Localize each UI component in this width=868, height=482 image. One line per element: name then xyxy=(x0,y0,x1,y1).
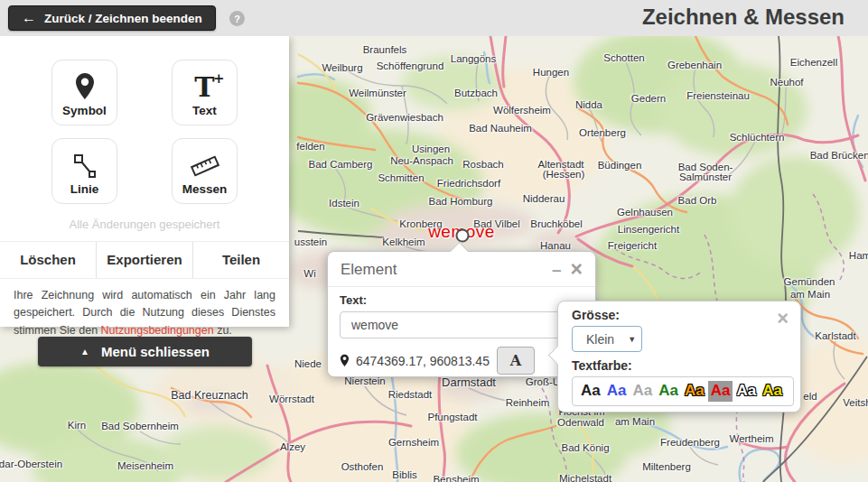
map-label: felden xyxy=(296,141,324,152)
minimize-icon[interactable]: – xyxy=(552,261,562,278)
map-label: Bruchköbel xyxy=(530,218,583,229)
disclaimer-text: Ihre Zeichnung wird automatisch ein Jahr… xyxy=(0,278,289,348)
map-label: Nidderau xyxy=(523,193,565,204)
map-label: Grebenhain xyxy=(667,60,722,70)
map-label: am Main xyxy=(790,289,830,300)
map-label: Hungen xyxy=(533,67,569,78)
map-label: Linsengericht xyxy=(618,224,679,235)
map-label: Schöffengrund xyxy=(377,60,444,71)
text-input[interactable] xyxy=(340,311,585,338)
map-label: Ham xyxy=(849,250,868,261)
export-button[interactable]: Exportieren xyxy=(96,242,192,278)
map-label: Gernsheim xyxy=(388,437,439,448)
textcolor-swatch-white[interactable]: Aa xyxy=(733,381,759,401)
text-plus-icon: T+ xyxy=(194,69,214,101)
map-label: Nidda xyxy=(575,99,602,110)
close-icon[interactable]: × xyxy=(571,259,583,280)
back-button-label: Zurück / Zeichnen beenden xyxy=(44,12,202,25)
textcolor-label: Textfarbe: xyxy=(572,358,787,373)
close-icon[interactable]: × xyxy=(777,307,789,330)
map-label: Schlüchtern xyxy=(730,132,785,143)
help-icon[interactable]: ? xyxy=(229,11,245,26)
map-label: Ortenberg xyxy=(579,127,626,138)
textcolor-swatch-box: AaAaAaAaAaAaAaAa xyxy=(572,376,794,406)
map-label: Freiensteinau xyxy=(686,90,750,101)
map-label: Salmünster xyxy=(679,171,732,182)
text-style-popup: × Grösse: Klein ▼ Textfarbe: AaAaAaAaAaA… xyxy=(557,301,801,412)
map-label: Eichenzell xyxy=(790,57,837,68)
text-style-button[interactable]: A xyxy=(497,347,535,375)
map-label: Veitsh xyxy=(843,397,868,408)
size-select-value: Klein xyxy=(586,332,614,347)
map-label: Bad Kreuznach xyxy=(171,389,247,402)
map-label: Groß-U xyxy=(526,376,560,387)
textcolor-swatch-black[interactable]: Aa xyxy=(578,381,603,401)
triangle-up-icon: ▲ xyxy=(80,347,89,357)
map-label: Bad Homburg xyxy=(429,196,493,207)
map-label: Meisenheim xyxy=(117,460,173,471)
map-label: Usingen xyxy=(412,144,450,154)
map-label: Bad Sobernheim xyxy=(101,421,179,431)
map-label: Bad Camberg xyxy=(309,159,373,170)
size-select[interactable]: Klein ▼ xyxy=(572,326,642,352)
text-tool-button[interactable]: T+ Text xyxy=(172,60,238,125)
map-label: Miltenberg xyxy=(642,461,691,472)
symbol-tool-button[interactable]: Symbol xyxy=(51,60,117,125)
textcolor-swatch-orange[interactable]: Aa xyxy=(682,381,707,401)
map-label: Friedrichsdorf xyxy=(437,178,500,189)
marker-dot[interactable] xyxy=(456,229,470,243)
line-tool-label: Linie xyxy=(70,182,99,196)
map-label: Neu-Anspach xyxy=(390,155,453,166)
map-label: Weilmünster xyxy=(349,88,406,98)
map-label: Butzbach xyxy=(454,88,498,98)
size-label: Grösse: xyxy=(572,308,787,322)
page-title: Zeichnen & Messen xyxy=(642,5,845,30)
map-label: (Hessen) xyxy=(543,169,585,180)
delete-button[interactable]: Löschen xyxy=(0,242,96,278)
dialog-title: Element xyxy=(341,261,552,279)
textcolor-swatch-green[interactable]: Aa xyxy=(656,381,681,401)
map-label: Wölfersheim xyxy=(493,105,551,116)
map-label: Idstein xyxy=(329,198,359,209)
map-label: Gemünden xyxy=(784,276,835,287)
share-button[interactable]: Teilen xyxy=(192,242,289,278)
map-label: Bad Brückenau xyxy=(810,150,868,161)
measure-tool-label: Messen xyxy=(182,182,228,196)
map-label: Freigericht xyxy=(608,240,657,251)
map-label: Schotten xyxy=(603,52,644,63)
map-label: Riedstadt xyxy=(388,389,433,400)
back-button[interactable]: ← Zurück / Zeichnen beenden xyxy=(8,5,216,31)
textcolor-swatch-yellow[interactable]: Aa xyxy=(760,381,785,401)
map-label: Niede xyxy=(294,358,322,369)
map-label: Grävenwiesbach xyxy=(366,112,443,123)
map-pin-icon xyxy=(74,69,96,101)
map-label: Osthofen xyxy=(341,461,384,472)
map-label: Gedern xyxy=(631,93,666,104)
map-label: Bensheim xyxy=(433,474,479,482)
map-label: Freudenberg xyxy=(660,437,720,448)
map-label: Kelkheim xyxy=(382,236,425,247)
map-label: Bad König xyxy=(561,442,609,453)
text-tool-label: Text xyxy=(192,104,217,117)
polyline-icon xyxy=(71,147,98,180)
map-label: Reinheim xyxy=(506,397,550,408)
map-label: Pfungstadt xyxy=(428,412,478,422)
map-label: Karlstadt xyxy=(815,330,855,341)
chevron-down-icon: ▼ xyxy=(628,335,636,344)
textcolor-swatch-gray[interactable]: Aa xyxy=(630,381,655,401)
map-label: Rosbach xyxy=(462,159,503,170)
ruler-icon xyxy=(189,147,221,180)
line-tool-button[interactable]: Linie xyxy=(51,138,117,204)
textcolor-swatch-red[interactable]: Aa xyxy=(708,381,733,401)
map-label: Biblis xyxy=(392,469,416,480)
terms-link[interactable]: Nutzungsbedingungen xyxy=(101,324,214,337)
map-label: Bad Nauheim xyxy=(469,123,532,134)
map-label: Gelnhausen xyxy=(617,207,673,218)
textcolor-swatch-blue[interactable]: Aa xyxy=(604,381,630,401)
map-label: Alzey xyxy=(280,441,305,452)
arrow-left-icon: ← xyxy=(22,11,36,25)
coordinates-value: 6474369.17, 960813.45 xyxy=(356,354,490,368)
map-label: Braunfels xyxy=(363,44,407,55)
measure-tool-button[interactable]: Messen xyxy=(172,138,238,204)
map-label: Kirn xyxy=(68,420,86,431)
